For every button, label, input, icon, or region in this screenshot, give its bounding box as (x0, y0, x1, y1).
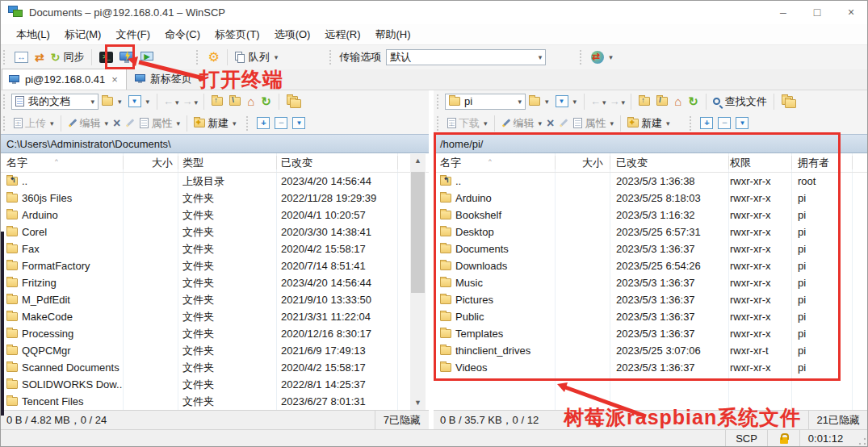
column-header-name[interactable]: 名字^ (0, 153, 123, 172)
select-files-button[interactable] (254, 115, 272, 131)
new-folder-icon (194, 119, 205, 127)
title-bar: Documents – pi@192.168.0.41 – WinSCP – □… (0, 0, 868, 24)
file-row[interactable]: SOLIDWORKS Dow... 文件夹 2022/8/1 14:25:37 (0, 376, 429, 393)
home-directory-button[interactable] (244, 92, 258, 111)
local-path-bar[interactable]: C:\Users\Administrator\Documents\ (0, 134, 429, 153)
menu-item[interactable]: 命令(C) (158, 25, 207, 44)
new-tab-button[interactable]: 新标签页 (127, 69, 210, 90)
delete-button[interactable] (544, 116, 556, 131)
properties-button[interactable]: 属性 (137, 115, 182, 132)
column-header-type[interactable]: 类型 (178, 153, 276, 172)
selection-filter-button[interactable] (733, 115, 751, 131)
local-directory-combo[interactable]: 我的文档 (11, 94, 99, 110)
root-directory-button[interactable] (653, 94, 671, 108)
unselect-files-button[interactable] (272, 115, 290, 131)
file-row[interactable]: Processing 文件夹 2020/12/16 8:30:17 (0, 325, 429, 342)
home-directory-button[interactable] (671, 92, 685, 111)
menu-item[interactable]: 选项(O) (268, 25, 317, 44)
open-directory-button[interactable] (99, 94, 125, 108)
transfer-preset-combo[interactable]: 默认 (386, 49, 546, 65)
session-tab[interactable]: pi@192.168.0.41 (2, 69, 127, 90)
menu-item[interactable]: 帮助(H) (368, 25, 417, 44)
download-button[interactable]: 下载 (445, 115, 490, 132)
file-row[interactable]: 360js Files 文件夹 2022/11/28 19:29:39 (0, 190, 429, 207)
find-files-button[interactable]: 查找文件 (711, 93, 769, 111)
queue-button[interactable]: 队列 (232, 48, 282, 67)
split-panels-button[interactable] (11, 49, 31, 65)
upload-button[interactable]: 上传 (11, 115, 57, 132)
new-button[interactable]: 新建 (625, 115, 673, 132)
encryption-cell[interactable] (767, 430, 799, 447)
new-button[interactable]: 新建 (191, 115, 239, 132)
forward-button[interactable] (181, 95, 200, 107)
rename-button[interactable] (123, 120, 137, 126)
toolbar-grip[interactable] (580, 50, 585, 65)
select-files-button[interactable] (698, 115, 715, 131)
scroll-up-icon[interactable]: ▲ (410, 154, 426, 168)
local-hidden-count[interactable]: 7已隐藏 (375, 411, 429, 429)
remote-hidden-count[interactable]: 21已隐藏 (808, 411, 868, 429)
close-button[interactable]: × (834, 0, 868, 24)
refresh-button[interactable] (685, 92, 702, 111)
protocol-indicator[interactable]: SCP (725, 430, 767, 447)
column-header-changed[interactable]: 已改变 (276, 153, 397, 172)
file-row[interactable]: M_PdfEdit 文件夹 2021/9/10 13:33:50 (0, 291, 429, 308)
root-directory-button[interactable] (226, 94, 244, 108)
edit-button[interactable]: 编辑 (499, 115, 545, 132)
minimize-button[interactable]: – (766, 0, 800, 24)
toolbar-grip[interactable] (3, 50, 8, 65)
copy-path-button[interactable] (778, 94, 799, 110)
preferences-button[interactable] (204, 48, 222, 66)
filter-button[interactable] (125, 93, 153, 110)
selection-filter-button[interactable] (290, 115, 308, 131)
folder-icon (6, 244, 18, 253)
close-tab-icon[interactable] (110, 73, 120, 86)
delete-button[interactable] (111, 116, 123, 131)
resize-grip[interactable] (858, 437, 866, 445)
file-row[interactable]: .. 上级目录 2023/4/20 14:56:44 (0, 173, 429, 190)
scrollbar-thumb[interactable] (411, 172, 425, 293)
file-row[interactable]: Fax 文件夹 2020/4/2 15:58:17 (0, 240, 429, 257)
file-row[interactable]: Corel 文件夹 2020/3/30 14:38:41 (0, 224, 429, 240)
menu-item[interactable]: 标签页(T) (208, 25, 266, 44)
maximize-button[interactable]: □ (800, 0, 834, 24)
menu-item[interactable]: 远程(R) (318, 25, 367, 44)
file-row[interactable]: Arduino 文件夹 2020/4/1 10:20:57 (0, 207, 429, 224)
folder-icon (6, 312, 18, 321)
back-button[interactable] (161, 95, 181, 107)
toolbar-grip[interactable] (329, 50, 334, 65)
scroll-down-icon[interactable]: ▼ (410, 396, 426, 410)
menu-item[interactable]: 标记(M) (58, 25, 108, 44)
menu-item[interactable]: 本地(L) (10, 25, 57, 44)
sync-browse-button[interactable]: 同步 (48, 48, 88, 67)
local-list-scrollbar[interactable]: ▲ ▼ (410, 154, 426, 410)
forward-button[interactable] (608, 95, 627, 107)
file-row[interactable]: FormatFactory 文件夹 2020/7/14 8:51:41 (0, 257, 429, 274)
parent-directory-button[interactable] (208, 94, 226, 108)
file-row[interactable]: Tencent Files 文件夹 2023/6/27 8:01:31 (0, 393, 429, 410)
parent-directory-button[interactable] (635, 94, 653, 108)
remote-sync-button[interactable] (588, 48, 616, 66)
file-row[interactable]: Scanned Documents 文件夹 2020/4/2 15:58:17 (0, 359, 429, 376)
refresh-button[interactable] (258, 92, 275, 111)
session-duration[interactable]: 0:01:12 (799, 430, 851, 447)
unselect-files-button[interactable] (715, 115, 733, 131)
open-session-button[interactable] (137, 49, 157, 65)
remote-directory-combo[interactable]: pi (445, 94, 526, 110)
menu-item[interactable]: 文件(F) (109, 25, 157, 44)
file-row[interactable]: Fritzing 文件夹 2023/4/20 14:56:44 (0, 274, 429, 291)
open-directory-button[interactable] (526, 94, 552, 108)
back-button[interactable] (589, 95, 608, 107)
file-row[interactable]: QQPCMgr 文件夹 2021/6/9 17:49:13 (0, 342, 429, 359)
file-row[interactable]: MakeCode 文件夹 2021/3/31 11:22:04 (0, 308, 429, 325)
copy-path-button[interactable] (283, 94, 304, 110)
rename-button[interactable] (556, 120, 571, 126)
local-list-header: 名字^ 大小 类型 已改变 (0, 153, 429, 173)
edit-button[interactable]: 编辑 (65, 115, 111, 132)
toolbar-grip[interactable] (196, 50, 201, 65)
properties-label: 属性 (585, 116, 606, 131)
properties-button[interactable]: 属性 (571, 115, 616, 132)
column-header-size[interactable]: 大小 (123, 153, 178, 172)
synchronize-button[interactable] (31, 48, 48, 66)
filter-button[interactable] (552, 93, 581, 110)
